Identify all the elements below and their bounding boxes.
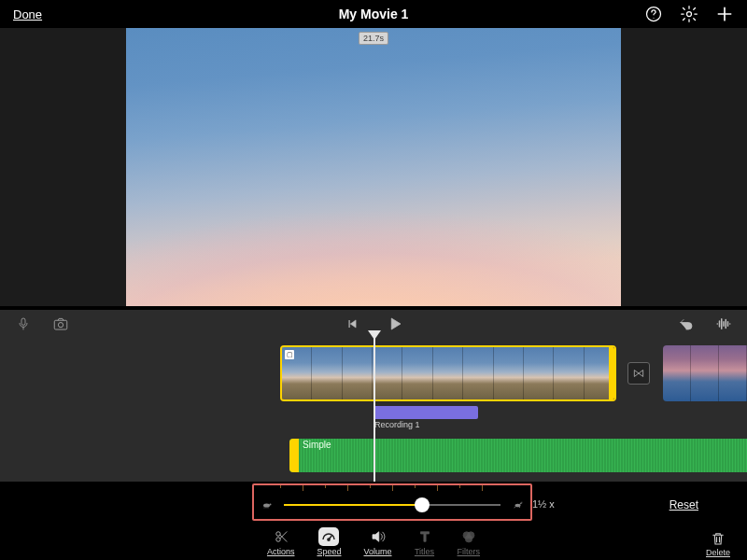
- video-preview[interactable]: 21.7s: [126, 28, 621, 306]
- svg-rect-4: [54, 320, 67, 329]
- speed-value: 1½ x: [532, 498, 555, 510]
- undo-icon[interactable]: [678, 315, 695, 332]
- next-video-clip[interactable]: [663, 345, 747, 401]
- project-title: My Movie 1: [339, 7, 409, 21]
- clip-duration-badge: 21.7s: [359, 32, 388, 45]
- tab-speed[interactable]: Speed: [317, 527, 341, 556]
- clip-trim-handle-right[interactable]: [609, 347, 614, 399]
- header-bar: Done My Movie 1: [0, 0, 747, 28]
- voiceover-label: Recording 1: [374, 420, 420, 429]
- tab-titles[interactable]: Titles: [415, 527, 435, 556]
- camera-icon[interactable]: [52, 315, 69, 332]
- play-icon[interactable]: [387, 315, 403, 332]
- tutorial-highlight: [252, 483, 532, 521]
- playhead[interactable]: [374, 338, 375, 482]
- music-track[interactable]: Simple: [289, 439, 747, 472]
- svg-point-10: [275, 537, 280, 541]
- waveform-icon[interactable]: [715, 315, 732, 332]
- inspector-toolbar: Actions Speed Volume Titles Filters: [0, 523, 747, 560]
- selected-video-clip[interactable]: ▢: [280, 345, 616, 401]
- tab-volume[interactable]: Volume: [364, 527, 392, 556]
- reset-button[interactable]: Reset: [669, 498, 698, 511]
- add-icon[interactable]: [715, 5, 734, 23]
- voiceover-clip[interactable]: [374, 406, 478, 419]
- done-button[interactable]: Done: [13, 7, 42, 21]
- svg-rect-3: [21, 318, 25, 325]
- svg-point-11: [328, 538, 330, 539]
- svg-point-14: [465, 535, 472, 542]
- svg-point-9: [275, 531, 280, 536]
- tab-filters[interactable]: Filters: [458, 527, 481, 556]
- skip-back-icon[interactable]: [344, 315, 360, 332]
- microphone-icon[interactable]: [15, 315, 32, 332]
- svg-point-5: [58, 323, 63, 328]
- svg-point-2: [687, 12, 692, 17]
- tab-actions[interactable]: Actions: [267, 527, 295, 556]
- delete-button[interactable]: Delete: [706, 529, 730, 557]
- music-label: Simple: [303, 440, 331, 450]
- help-icon[interactable]: [644, 5, 663, 23]
- settings-icon[interactable]: [680, 5, 698, 23]
- transition-icon[interactable]: [627, 362, 650, 385]
- svg-point-1: [654, 18, 655, 19]
- clip-thumbnail-icon: ▢: [285, 350, 294, 359]
